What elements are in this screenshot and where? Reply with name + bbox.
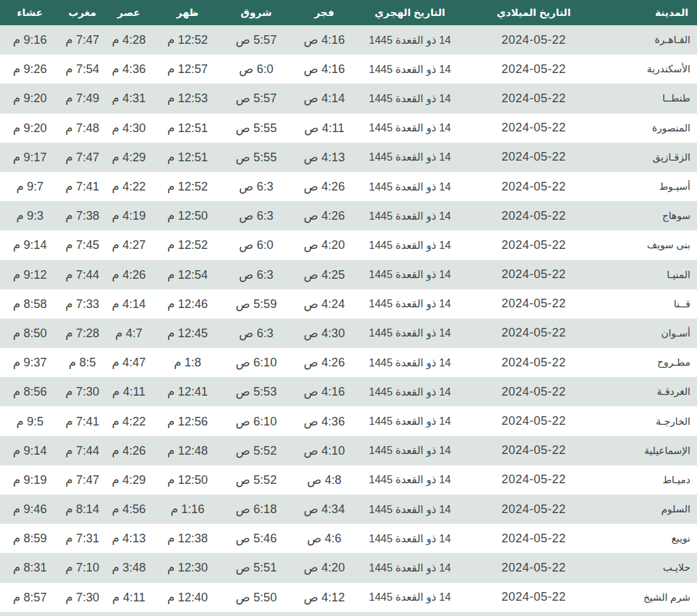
hijri-cell: 14 ذو القعدة 1445 [358,84,461,113]
maghrib-cell: 7:33 م [60,289,105,319]
isha-cell: 9:12 م [0,260,60,289]
fajr-cell: 4:26 ص [290,201,358,230]
table-row: مطـروح2024-05-2214 ذو القعدة 14454:26 ص6… [0,348,697,377]
gregorian-cell: 2024-05-22 [461,114,606,143]
fajr-cell: 4:26 ص [290,172,358,201]
hijri-cell: 14 ذو القعدة 1445 [358,114,461,143]
table-row: طنطــا2024-05-2214 ذو القعدة 14454:14 ص5… [0,84,697,113]
shurooq-cell: 6:3 ص [222,201,290,230]
asr-cell: 4:26 م [105,436,153,465]
dhuhr-cell: 1:16 م [153,495,222,524]
dhuhr-cell: 12:40 م [153,583,222,612]
table-row: الخارجـة2024-05-2214 ذو القعدة 14454:36 … [0,406,697,435]
shurooq-cell: 6:10 ص [222,348,290,377]
gregorian-cell: 2024-05-22 [461,143,606,172]
prayer-times-page: المدينة التاريخ الميلادي التاريخ الهجري … [0,0,697,616]
city-cell: دميـاط [606,465,697,495]
gregorian-cell: 2024-05-22 [461,201,606,230]
isha-cell: 9:37 م [0,348,60,377]
table-row: شرم الشيخ2024-05-2214 ذو القعدة 14454:12… [0,583,697,612]
gregorian-cell: 2024-05-22 [461,260,606,289]
isha-cell: 8:57 م [0,583,60,612]
city-cell: أسـوان [606,319,697,348]
table-row: الزقـازيق2024-05-2214 ذو القعدة 14454:13… [0,143,697,172]
city-cell: مطـروح [606,348,697,377]
asr-cell: 4:56 م [105,495,153,524]
table-body: القـاهـرة2024-05-2214 ذو القعدة 14454:16… [0,25,697,616]
fajr-cell: 4:20 ص [290,553,358,582]
shurooq-cell: 5:55 ص [222,143,290,172]
shurooq-cell: 6:3 ص [222,260,290,289]
fajr-cell: 4:16 ص [290,25,358,54]
column-header-dhuhr: ظهر [153,0,222,25]
table-row: السلوم2024-05-2214 ذو القعدة 14454:34 ص6… [0,495,697,524]
table-row: أسيـوط2024-05-2214 ذو القعدة 14454:26 ص6… [0,172,697,201]
hijri-cell: 14 ذو القعدة 1445 [358,289,461,319]
dhuhr-cell: 12:30 م [153,553,222,582]
gregorian-cell: 2024-05-22 [461,377,606,406]
table-row: القـاهـرة2024-05-2214 ذو القعدة 14454:16… [0,25,697,54]
asr-cell: 4:30 م [105,114,153,143]
table-row: بنى سويف2024-05-2214 ذو القعدة 14454:20 … [0,230,697,260]
hijri-cell: 14 ذو القعدة 1445 [358,230,461,260]
fajr-cell: 4:14 ص [290,84,358,113]
dhuhr-cell: 12:51 م [153,143,222,172]
table-row: الأسكندرية2024-05-2214 ذو القعدة 14454:1… [0,54,697,84]
asr-cell: 4:11 م [105,377,153,406]
column-header-gregorian: التاريخ الميلادي [461,0,606,25]
dhuhr-cell: 12:52 م [153,25,222,54]
asr-cell: 4:36 م [105,54,153,84]
shurooq-cell: 6:3 ص [222,319,290,348]
table-row: أسـوان2024-05-2214 ذو القعدة 14454:30 ص6… [0,319,697,348]
maghrib-cell: 7:47 م [60,143,105,172]
asr-cell: 4:22 م [105,406,153,435]
fajr-cell: 4:11 ص [290,114,358,143]
gregorian-cell: 2024-05-22 [461,553,606,582]
isha-cell: 8:58 م [0,289,60,319]
city-cell: السلوم [606,495,697,524]
dhuhr-cell: 12:46 م [153,289,222,319]
dhuhr-cell: 12:41 م [153,377,222,406]
city-cell: سوهاج [606,201,697,230]
isha-cell: 9:20 م [0,114,60,143]
dhuhr-cell: 12:57 م [153,54,222,84]
city-cell: طنطــا [606,84,697,113]
fajr-cell: 4:6 ص [290,524,358,553]
city-cell: المنيـا [606,260,697,289]
hijri-cell: 14 ذو القعدة 1445 [358,201,461,230]
dhuhr-cell: 12:45 م [153,319,222,348]
isha-cell: 9:46 م [0,495,60,524]
table-row: المنيـا2024-05-2214 ذو القعدة 14454:25 ص… [0,260,697,289]
city-cell: بنى سويف [606,230,697,260]
column-header-maghrib: مغرب [60,0,105,25]
asr-cell: 4:11 م [105,583,153,612]
maghrib-cell: 7:45 م [60,230,105,260]
maghrib-cell: 7:41 م [60,406,105,435]
fajr-cell: 4:8 ص [290,465,358,495]
asr-cell: 4:14 م [105,289,153,319]
gregorian-cell: 2024-05-22 [461,25,606,54]
isha-cell: 9:7 م [0,172,60,201]
city-cell: المنصورة [606,114,697,143]
asr-cell: 3:48 م [105,553,153,582]
maghrib-cell: 7:41 م [60,172,105,201]
shurooq-cell: 5:53 ص [222,377,290,406]
dhuhr-cell: 12:56 م [153,406,222,435]
gregorian-cell: 2024-05-22 [461,583,606,612]
isha-cell: 8:31 م [0,553,60,582]
gregorian-cell: 2024-05-22 [461,84,606,113]
table-row: دميـاط2024-05-2214 ذو القعدة 14454:8 ص5:… [0,465,697,495]
maghrib-cell: 7:47 م [60,465,105,495]
shurooq-cell: 6:0 ص [222,230,290,260]
column-header-hijri: التاريخ الهجري [358,0,461,25]
city-cell: القـاهـرة [606,25,697,54]
hijri-cell: 14 ذو القعدة 1445 [358,436,461,465]
city-cell: الإسماعيلية [606,436,697,465]
shurooq-cell: 6:0 ص [222,54,290,84]
maghrib-cell: 8:14 م [60,495,105,524]
dhuhr-cell: 12:50 م [153,465,222,495]
shurooq-cell: 6:10 ص [222,406,290,435]
table-row: نويبع2024-05-2214 ذو القعدة 14454:6 ص5:4… [0,524,697,553]
isha-cell: 9:5 م [0,406,60,435]
fajr-cell: 4:16 ص [290,54,358,84]
